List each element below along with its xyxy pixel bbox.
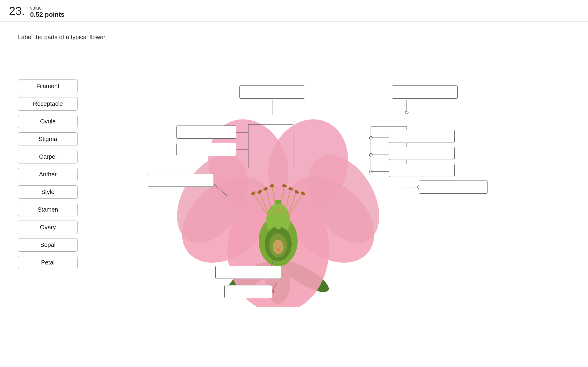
question-number: 23. xyxy=(9,5,25,17)
question-header: 23. value: 0.52 points xyxy=(0,0,588,22)
instructions: Label the parts of a typical flower. xyxy=(18,34,570,41)
word-stamen[interactable]: Stamen xyxy=(18,203,78,216)
label-box-top-right-4[interactable] xyxy=(389,164,455,177)
word-style[interactable]: Style xyxy=(18,185,78,199)
word-anther[interactable]: Anther xyxy=(18,168,78,181)
content-area: Filament Receptacle Ovule Stigma Carpel … xyxy=(18,50,570,342)
label-box-bottom-left-1[interactable] xyxy=(215,266,281,279)
label-box-top-right-3[interactable] xyxy=(389,147,455,160)
word-bank: Filament Receptacle Ovule Stigma Carpel … xyxy=(18,79,78,342)
question-meta: value: 0.52 points xyxy=(30,5,65,19)
label-box-top-left-1[interactable] xyxy=(239,85,305,99)
label-box-bottom-left-2[interactable] xyxy=(224,285,272,298)
word-ovary[interactable]: Ovary xyxy=(18,221,78,234)
label-box-middle-right[interactable] xyxy=(419,181,488,194)
word-filament[interactable]: Filament xyxy=(18,79,78,93)
label-box-top-right-2[interactable] xyxy=(389,130,455,143)
label-box-middle-left[interactable] xyxy=(148,174,214,187)
svg-line-44 xyxy=(212,183,227,196)
connector-lines xyxy=(102,50,520,342)
word-petal[interactable]: Petal xyxy=(18,256,78,269)
word-receptacle[interactable]: Receptacle xyxy=(18,97,78,111)
label-box-top-right-1[interactable] xyxy=(392,85,458,99)
label-box-top-left-2[interactable] xyxy=(176,126,236,139)
diagram-area xyxy=(102,50,520,342)
word-sepal[interactable]: Sepal xyxy=(18,238,78,252)
value-label: value: xyxy=(30,5,65,11)
label-box-top-left-3[interactable] xyxy=(176,143,236,156)
word-stigma[interactable]: Stigma xyxy=(18,132,78,146)
value-points: 0.52 points xyxy=(30,11,65,19)
word-ovule[interactable]: Ovule xyxy=(18,115,78,128)
word-carpel[interactable]: Carpel xyxy=(18,150,78,163)
main-content: Label the parts of a typical flower. Fil… xyxy=(0,22,588,354)
